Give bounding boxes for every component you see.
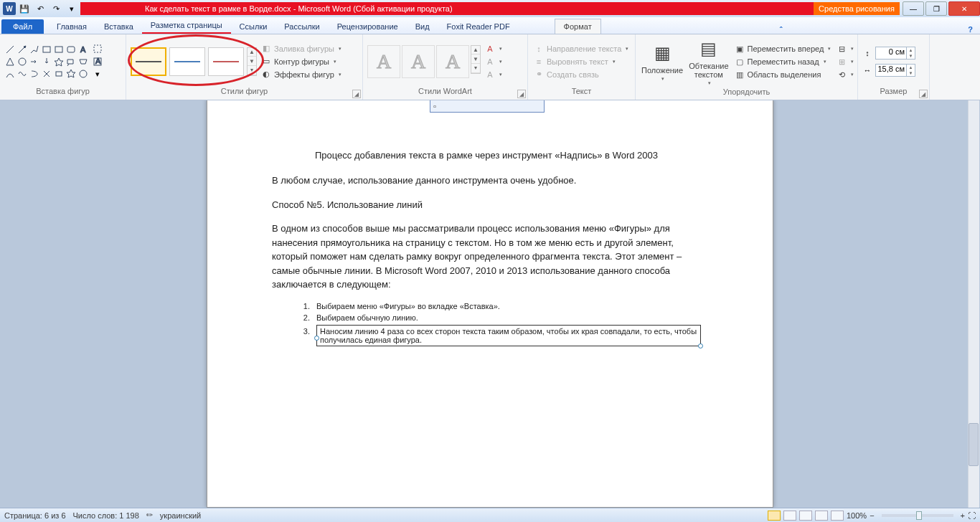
doc-paragraph: В любом случае, использование данного ин… — [272, 174, 701, 188]
height-field[interactable]: ↕ 0 см▲▼ — [862, 47, 915, 60]
word-count[interactable]: Число слов: 1 198 — [73, 511, 139, 520]
fullscreen-view[interactable] — [783, 511, 796, 521]
edit-shape-button[interactable] — [92, 43, 103, 54]
minimize-button[interactable]: — — [903, 1, 924, 16]
svg-marker-6 — [6, 58, 14, 65]
tab-page-layout[interactable]: Разметка страницы — [142, 18, 231, 34]
shape-style-gallery[interactable]: ▲▼▾ — [131, 47, 257, 76]
tab-file[interactable]: Файл — [1, 19, 44, 34]
page: ▫ Процесс добавления текста в рамке чере… — [207, 100, 773, 508]
shapes-more-button[interactable]: ▾ — [92, 69, 103, 80]
group-label: Текст — [532, 87, 631, 98]
position-button[interactable]: ▦Положение▾ — [640, 40, 684, 83]
fullscreen-toggle[interactable]: ⛶ — [968, 511, 976, 520]
shapes-gallery[interactable]: A — [4, 44, 89, 80]
qat-more-button[interactable]: ▾ — [65, 1, 79, 16]
style-item-1[interactable] — [131, 47, 166, 76]
print-layout-view[interactable] — [768, 511, 781, 521]
style-gallery-scroll[interactable]: ▲▼▾ — [247, 47, 257, 76]
svg-rect-10 — [56, 72, 62, 76]
redo-button[interactable]: ↷ — [49, 1, 63, 16]
language-indicator[interactable]: украинский — [160, 511, 201, 520]
align-button[interactable]: ⊟▾ — [835, 43, 855, 54]
height-icon: ↕ — [862, 48, 872, 58]
tab-foxit[interactable]: Foxit Reader PDF — [438, 19, 519, 34]
draft-view[interactable] — [831, 511, 844, 521]
svg-rect-13 — [94, 45, 101, 52]
minimize-ribbon-button[interactable]: ˆ — [780, 25, 790, 34]
tab-home[interactable]: Главная — [48, 19, 95, 34]
undo-button[interactable]: ↶ — [33, 1, 47, 16]
dialog-launcher[interactable]: ◢ — [352, 90, 361, 98]
text-box-button[interactable]: A — [92, 56, 103, 67]
ribbon: A A ▾ Вставка фигур — [0, 34, 980, 100]
window-controls: — ❐ ✕ — [901, 1, 980, 16]
save-button[interactable]: 💾 — [17, 1, 32, 16]
help-button[interactable]: ? — [968, 25, 980, 34]
shape-outline-button[interactable]: ▭Контур фигуры▾ — [260, 56, 343, 67]
tab-review[interactable]: Рецензирование — [329, 19, 407, 34]
contextual-tab-label: Средства рисования — [814, 2, 900, 15]
scrollbar-thumb[interactable] — [969, 423, 979, 466]
doc-paragraph: Способ №5. Использование линий — [272, 198, 701, 212]
style-item-2[interactable] — [169, 47, 205, 76]
list-item: Выбираем обычную линию. — [312, 313, 701, 322]
group-label: Вставка фигур — [4, 87, 121, 98]
vertical-scrollbar[interactable] — [968, 100, 979, 508]
dialog-launcher[interactable]: ◢ — [517, 90, 526, 98]
shape-effects-button[interactable]: ◐Эффекты фигур▾ — [260, 69, 343, 80]
send-backward-button[interactable]: ▢Переместить назад▾ — [733, 56, 833, 67]
tab-references[interactable]: Ссылки — [231, 19, 276, 34]
window-title: Как сделать текст в рамке в Ворде.docx -… — [80, 2, 900, 15]
svg-point-12 — [80, 70, 87, 77]
align-text-button[interactable]: ≡Выровнять текст▾ — [532, 56, 630, 67]
wordart-gallery[interactable]: A A A ▲▼▾ — [367, 45, 481, 78]
width-field[interactable]: ↔ 15,8 см▲▼ — [862, 64, 915, 77]
document-area[interactable]: ▫ Процесс добавления текста в рамке чере… — [0, 100, 980, 508]
group-label: Стили WordArt — [367, 87, 523, 98]
tab-insert[interactable]: Вставка — [95, 19, 142, 34]
list-item: Выбираем меню «Фигуры» во вкладке «Встав… — [312, 302, 701, 310]
zoom-slider[interactable] — [882, 514, 953, 517]
text-fill-button[interactable]: A▾ — [484, 43, 504, 54]
wrap-text-button[interactable]: ▤Обтекание текстом▾ — [687, 36, 730, 87]
shape-fill-button[interactable]: ◧Заливка фигуры▾ — [260, 43, 343, 54]
svg-text:A: A — [95, 57, 101, 65]
svg-marker-9 — [80, 60, 87, 64]
spellcheck-icon[interactable]: ✏ — [146, 511, 153, 520]
tab-view[interactable]: Вид — [407, 19, 438, 34]
page-indicator[interactable]: Страница: 6 из 6 — [4, 511, 66, 520]
zoom-level[interactable]: 100% — [847, 511, 867, 520]
create-link-button[interactable]: ⚭Создать связь — [532, 69, 630, 80]
text-effects-button[interactable]: A▾ — [484, 69, 504, 80]
selected-line-shape[interactable]: Наносим линию 4 раза со всех сторон текс… — [316, 325, 701, 346]
title-bar: W 💾 ↶ ↷ ▾ Как сделать текст в рамке в Во… — [0, 0, 980, 17]
zoom-out-button[interactable]: − — [870, 511, 874, 520]
web-layout-view[interactable] — [799, 511, 812, 521]
tab-mailings[interactable]: Рассылки — [275, 19, 328, 34]
group-button[interactable]: ⊞▾ — [835, 56, 855, 67]
maximize-button[interactable]: ❐ — [925, 1, 947, 16]
tab-format[interactable]: Формат — [555, 19, 601, 34]
close-button[interactable]: ✕ — [948, 1, 980, 16]
text-direction-button[interactable]: ↕Направление текста▾ — [532, 43, 630, 54]
wordart-item[interactable]: A — [367, 45, 400, 78]
wordart-item[interactable]: A — [402, 45, 435, 78]
outline-view[interactable] — [815, 511, 828, 521]
status-bar: Страница: 6 из 6 Число слов: 1 198 ✏ укр… — [0, 508, 980, 522]
dialog-launcher[interactable]: ◢ — [919, 90, 928, 98]
doc-paragraph: В одном из способов выше мы рассматривал… — [272, 222, 701, 292]
selection-pane-button[interactable]: ▥Область выделения — [733, 69, 833, 80]
wordart-item[interactable]: A — [436, 45, 469, 78]
rotate-button[interactable]: ⟲▾ — [835, 69, 855, 80]
group-text: ↕Направление текста▾ ≡Выровнять текст▾ ⚭… — [528, 34, 636, 100]
style-item-3[interactable] — [208, 47, 244, 76]
svg-rect-4 — [67, 47, 75, 52]
wordart-gallery-scroll[interactable]: ▲▼▾ — [471, 45, 481, 74]
group-insert-shapes: A A ▾ Вставка фигур — [0, 34, 126, 100]
svg-marker-11 — [67, 70, 75, 77]
zoom-in-button[interactable]: + — [961, 511, 965, 520]
text-outline-button[interactable]: A▾ — [484, 56, 504, 67]
group-label: Упорядочить — [640, 87, 853, 98]
bring-forward-button[interactable]: ▣Переместить вперед▾ — [733, 43, 833, 54]
